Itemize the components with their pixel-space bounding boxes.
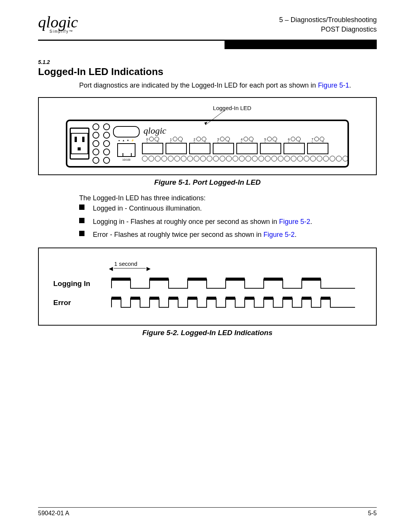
svg-rect-10 [150, 297, 159, 300]
figure-5-1-caption: Figure 5-1. Port Logged-In LED [38, 178, 377, 187]
bottom-led-row [142, 156, 348, 161]
svg-rect-15 [245, 297, 254, 300]
svg-rect-11 [169, 297, 178, 300]
power-inlet [70, 128, 89, 160]
logo-main: qlogic [38, 13, 78, 31]
figure-5-1-link[interactable]: Figure 5-1 [318, 81, 349, 89]
header-right: 5 – Diagnostics/Troubleshooting POST Dia… [279, 15, 377, 34]
error-waveform [105, 296, 362, 310]
status-led-column-1 [92, 123, 99, 164]
status-led-column-2 [103, 123, 110, 164]
section-number: 5.1.2 [38, 59, 377, 65]
svg-rect-2 [112, 278, 131, 281]
svg-rect-9 [131, 297, 140, 300]
brand-logo: qlogic Simplify™ [38, 15, 78, 33]
error-label: Error [53, 299, 99, 307]
intro-paragraph: Port diagnostics are indicated by the Lo… [79, 81, 373, 90]
list-item: Error - Flashes at roughly twice per sec… [79, 229, 377, 241]
bullet-icon [79, 218, 84, 223]
ethernet-port [117, 143, 135, 157]
svg-rect-17 [283, 297, 292, 300]
svg-rect-19 [321, 297, 330, 300]
figure-5-2-caption: Figure 5-2. Logged-In LED Indications [38, 329, 377, 337]
svg-rect-16 [264, 297, 273, 300]
svg-rect-13 [207, 297, 216, 300]
ethernet-label: 10/100 [122, 158, 130, 161]
mgmt-ports: ●▲♥⚡ 10/100 [113, 126, 140, 161]
section-title: Logged-In LED Indications [38, 66, 377, 78]
list-item: Logging in - Flashes at roughly once per… [79, 216, 377, 228]
figure-5-2-box: 1 second ◀▶ Logging In Error [38, 248, 377, 326]
svg-rect-6 [264, 278, 283, 281]
chapter-line: 5 – Diagnostics/Troubleshooting [279, 15, 377, 25]
svg-rect-12 [188, 297, 197, 300]
callout-arrow [46, 110, 369, 126]
logging-in-label: Logging In [53, 280, 99, 288]
svg-line-0 [206, 110, 225, 125]
device-front-panel: ●▲♥⚡ 10/100 qlogic 0LA 1LA 2LA 3LA 4LA 5… [66, 120, 349, 168]
svg-rect-3 [150, 278, 169, 281]
bullet-icon [79, 231, 84, 236]
svg-rect-14 [226, 297, 235, 300]
intro-pre: Port diagnostics are indicated by the Lo… [79, 81, 318, 89]
bullet-icon [79, 204, 84, 210]
figure-5-2-link[interactable]: Figure 5-2 [263, 231, 295, 238]
footer-left: 59042-01 A [38, 510, 69, 517]
one-second-arrows: ◀▶ [109, 265, 362, 272]
logging-in-waveform [105, 277, 362, 291]
svg-rect-8 [112, 297, 121, 300]
figure-5-1-box: Logged-In LED [38, 97, 377, 175]
section-line: POST Diagnostics [279, 25, 377, 34]
list-item: Logged in - Continuous illumination. [79, 203, 377, 214]
svg-rect-4 [188, 278, 207, 281]
svg-rect-18 [302, 297, 311, 300]
footer-right: 5-5 [368, 510, 377, 517]
indications-list: Logged in - Continuous illumination. Log… [79, 203, 377, 241]
svg-rect-5 [226, 278, 245, 281]
header-black-bar [225, 41, 377, 49]
indications-lead: The Logged-In LED has three indications: [79, 193, 373, 203]
svg-rect-7 [302, 278, 321, 281]
intro-post: . [349, 81, 351, 89]
device-brand: qlogic [143, 126, 166, 136]
serial-port [113, 126, 140, 137]
figure-5-2-link[interactable]: Figure 5-2 [279, 218, 310, 225]
port-row: 0LA 1LA 2LA 3LA 4LA 5LA 6LA 7LA [142, 137, 348, 154]
page-footer: 59042-01 A 5-5 [38, 507, 377, 517]
